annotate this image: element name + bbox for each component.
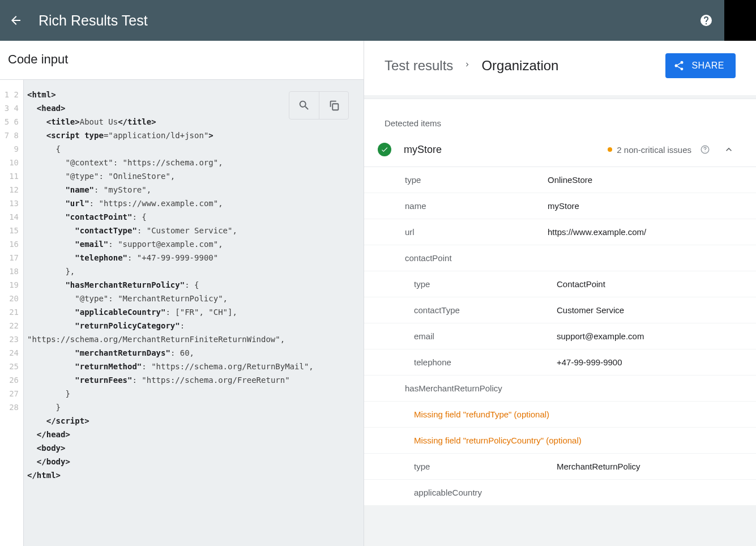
detected-items-label: Detected items (364, 99, 756, 135)
results-body: Detected items myStore 2 non-critical is… (364, 95, 756, 546)
warning-dot-icon (608, 147, 612, 152)
property-row[interactable]: typeContactPoint (364, 271, 756, 297)
property-row[interactable]: contactTypeCustomer Service (364, 297, 756, 323)
detected-item-header[interactable]: myStore 2 non-critical issues (364, 135, 756, 167)
property-row[interactable]: emailsupport@example.com (364, 323, 756, 349)
results-panel: Test results Organization SHARE Detected… (364, 41, 756, 546)
content: Code input 1 2 3 4 5 6 7 8 9 10 11 12 13… (0, 41, 756, 546)
property-row[interactable]: typeOnlineStore (364, 167, 756, 193)
check-icon (378, 143, 391, 156)
property-row[interactable]: telephone+47-99-999-9900 (364, 349, 756, 376)
breadcrumb-root[interactable]: Test results (385, 58, 453, 74)
app-title: Rich Results Test (39, 12, 699, 29)
share-button-label: SHARE (691, 61, 724, 71)
side-black-bar (724, 0, 756, 41)
code-panel-title: Code input (0, 41, 364, 80)
copy-icon[interactable] (319, 92, 348, 119)
chevron-right-icon (463, 61, 471, 71)
property-row[interactable]: urlhttps://www.example.com/ (364, 219, 756, 245)
section-returnpolicy: hasMerchantReturnPolicy (364, 376, 756, 402)
warning-row[interactable]: Missing field "refundType" (optional) (364, 402, 756, 428)
app-header: Rich Results Test (0, 0, 756, 41)
detected-item-name: myStore (404, 144, 608, 156)
svg-point-11 (704, 151, 705, 152)
search-icon[interactable] (289, 92, 319, 119)
section-applicablecountry: applicableCountry (364, 480, 756, 506)
warning-row[interactable]: Missing field "returnPolicyCountry" (opt… (364, 428, 756, 454)
code-content[interactable]: <html> <head> <title>About Us</title> <s… (24, 80, 364, 546)
back-icon[interactable] (9, 14, 23, 27)
issues-count: 2 non-critical issues (617, 145, 691, 155)
chevron-up-icon[interactable] (722, 143, 736, 156)
property-row[interactable]: typeMerchantReturnPolicy (364, 454, 756, 480)
help-small-icon[interactable] (699, 144, 711, 155)
help-icon[interactable] (699, 14, 713, 27)
code-panel: Code input 1 2 3 4 5 6 7 8 9 10 11 12 13… (0, 41, 364, 546)
results-header: Test results Organization SHARE (364, 41, 756, 95)
share-button[interactable]: SHARE (665, 53, 736, 78)
breadcrumb-current: Organization (481, 58, 558, 74)
line-gutter: 1 2 3 4 5 6 7 8 9 10 11 12 13 14 15 16 1… (0, 80, 24, 546)
property-row[interactable]: namemyStore (364, 193, 756, 219)
code-area[interactable]: 1 2 3 4 5 6 7 8 9 10 11 12 13 14 15 16 1… (0, 80, 364, 546)
svg-rect-9 (332, 104, 338, 110)
code-toolbar (289, 91, 349, 120)
detected-card: Detected items myStore 2 non-critical is… (364, 99, 756, 506)
section-contactpoint: contactPoint (364, 245, 756, 271)
